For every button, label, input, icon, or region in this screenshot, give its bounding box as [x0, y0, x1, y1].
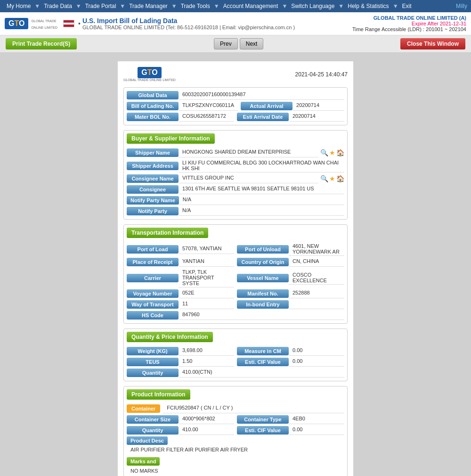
voyage-number-label: Voyage Number [127, 289, 179, 298]
consignee-search-icon[interactable]: 🔍 [320, 175, 328, 182]
consignee-name-row: Consignee Name VITTLES GROUP INC 🔍 ★ 🏠 [127, 174, 344, 183]
product-qty-field: Quantity 410.00 [127, 426, 234, 435]
consignee-label: Consignee [127, 185, 179, 194]
doc-timestamp: 2021-04-25 14:40:47 [295, 71, 348, 78]
header-title-area: U.S. Import Bill of Lading Data GLOBAL T… [82, 17, 352, 30]
consignee-name-value: VITTLES GROUP INC [179, 174, 318, 183]
header-right-info: GLOBAL TRADE ONLINE LIMITED (A) Expire A… [352, 15, 466, 32]
consignee-value: 1301 6TH AVE SEATTLE WA 98101 SEATTLE 98… [179, 185, 344, 194]
consignee-home-icon[interactable]: 🏠 [336, 175, 344, 182]
shipper-search-icon[interactable]: 🔍 [320, 149, 328, 156]
logo-area: GTO GLOBAL TRADEONLINE LIMITED [5, 17, 57, 30]
shipper-name-label: Shipper Name [127, 148, 179, 157]
transport-panel: Transportation Information Port of Load … [123, 224, 348, 324]
esti-cif-value: 0.00 [289, 357, 344, 367]
measure-label: Measure in CM [237, 347, 289, 355]
us-flag [63, 20, 74, 27]
weight-field: Weight (KG) 3,698.00 [127, 346, 234, 356]
carrier-value: TLKP, TLK TRANSPORT SYSTE [179, 268, 234, 287]
print-record-button-top[interactable]: Print Trade Record(S) [6, 38, 77, 49]
logo-subtitle: GLOBAL TRADEONLINE LIMITED [31, 19, 57, 29]
doc-logo: GTO GLOBAL TRADE ONLINE LIMITED [123, 67, 176, 82]
nav-trade-data[interactable]: Trade Data [41, 2, 75, 10]
port-of-unload-value: 4601, NEW YORK/NEWARK AR [289, 242, 344, 256]
port-row: Port of Load 57078, YANTIAN Port of Unlo… [127, 242, 344, 256]
container-size-field: Container Size 4000*906*802 [127, 415, 234, 424]
weight-value: 3,698.00 [179, 346, 234, 356]
measure-field: Measure in CM 0.00 [237, 346, 344, 356]
teus-field: TEUS 1.50 [127, 357, 234, 367]
global-data-label: Global Data [127, 91, 179, 99]
page-title: U.S. Import Bill of Lading Data [82, 17, 352, 25]
esti-cif-label: Esti. CIF Value [237, 358, 289, 366]
quantity-value: 410.00(CTN) [179, 368, 344, 378]
product-cif-value: 0.00 [289, 426, 344, 435]
product-desc-area: Product Desc AIR PURIFIER FILTER AIR PUR… [127, 436, 344, 454]
way-of-transport-label: Way of Transport [127, 300, 179, 309]
actual-arrival-label: Actual Arrival [241, 102, 292, 110]
weight-measure-row: Weight (KG) 3,698.00 Measure in CM 0.00 [127, 346, 344, 356]
bol-label: Bill of Lading No. [127, 102, 179, 110]
user-name[interactable]: Milly [456, 3, 467, 9]
buyer-supplier-section-header: Buyer & Supplier Information [127, 133, 215, 144]
quantity-price-section-header: Quantity & Price Information [127, 332, 213, 342]
place-of-receipt-label: Place of Receipt [127, 258, 179, 266]
nav-my-home[interactable]: My Home [4, 2, 33, 10]
consignee-star-icon[interactable]: ★ [329, 175, 335, 182]
prev-button-top[interactable]: Prev [214, 38, 238, 49]
nav-buttons-top: Prev Next [214, 38, 263, 49]
place-of-receipt-field: Place of Receipt YANTIAN [127, 257, 234, 267]
nav-trade-manager[interactable]: Trade Manager [126, 2, 171, 10]
port-of-unload-label: Port of Unload [237, 245, 289, 254]
actual-arrival-field: Actual Arrival 20200714 [241, 101, 344, 111]
nav-account-mgmt[interactable]: Account Management [220, 2, 281, 10]
close-window-button-top[interactable]: Close This Window [400, 38, 465, 49]
vessel-name-field: Vessel Name COSCO EXCELLENCE [237, 271, 344, 285]
nav-help-stats[interactable]: Help & Statistics [345, 2, 391, 10]
way-of-transport-field: Way of Transport 11 [127, 300, 234, 309]
product-qty-cif-row: Quantity 410.00 Esti. CIF Value 0.00 [127, 426, 344, 435]
document-panel: GTO GLOBAL TRADE ONLINE LIMITED 2021-04-… [118, 61, 353, 476]
vessel-name-label: Vessel Name [237, 274, 289, 282]
product-qty-value: 410.00 [179, 426, 234, 435]
voyage-number-field: Voyage Number 052E [127, 289, 234, 298]
shipper-home-icon[interactable]: 🏠 [336, 149, 344, 156]
doc-header: GTO GLOBAL TRADE ONLINE LIMITED 2021-04-… [123, 67, 348, 82]
nav-items-left: My Home ▼ Trade Data ▼ Trade Portal ▼ Tr… [4, 2, 414, 10]
header-time-range: Time Range Accessible (LDR) : 201001 ~ 2… [352, 26, 466, 32]
product-cif-label: Esti. CIF Value [237, 426, 289, 435]
shipper-star-icon[interactable]: ★ [329, 149, 335, 156]
carrier-label: Carrier [127, 274, 179, 282]
quantity-label: Quantity [127, 369, 179, 377]
nav-switch-lang[interactable]: Switch Language [288, 2, 337, 10]
hs-code-label: HS Code [127, 311, 179, 320]
teus-label: TEUS [127, 358, 179, 366]
port-of-load-field: Port of Load 57078, YANTIAN [127, 245, 234, 254]
header-expire: Expire After 2021-12-31 [352, 21, 466, 26]
master-bol-value: COSU6265587172 [179, 112, 234, 122]
carrier-field: Carrier TLKP, TLK TRANSPORT SYSTE [127, 268, 234, 287]
esti-arrival-label: Esti Arrival Date [237, 113, 289, 121]
container-badge: Container [127, 404, 160, 413]
notify-party-name-label: Notify Party Name [127, 196, 179, 205]
manifest-no-value: 252888 [289, 289, 344, 298]
manifest-no-label: Manifest No. [237, 289, 289, 298]
notify-party-row: Notify Party N/A [127, 206, 344, 216]
shipper-address-value: LI KIU FU COMMERCIAL BLDG 300 LOCKHARTRO… [179, 159, 344, 172]
nav-trade-tools[interactable]: Trade Tools [178, 2, 213, 10]
container-size-label: Container Size [127, 415, 179, 424]
manifest-no-field: Manifest No. 252888 [237, 289, 344, 298]
container-value: FCIU9520847 ( CN / L / CY ) [163, 404, 344, 413]
nav-trade-portal[interactable]: Trade Portal [82, 2, 119, 10]
doc-logo-box: GTO [138, 67, 161, 78]
in-bond-entry-value [289, 300, 344, 309]
esti-arrival-value: 20200714 [289, 112, 344, 122]
teus-cif-row: TEUS 1.50 Esti. CIF Value 0.00 [127, 357, 344, 367]
header-bar: GTO GLOBAL TRADEONLINE LIMITED • U.S. Im… [0, 12, 471, 35]
next-button-top[interactable]: Next [240, 38, 264, 49]
nav-exit[interactable]: Exit [399, 2, 414, 10]
shipper-address-row: Shipper Address LI KIU FU COMMERCIAL BLD… [127, 159, 344, 172]
port-of-unload-field: Port of Unload 4601, NEW YORK/NEWARK AR [237, 242, 344, 256]
header-company-name: GLOBAL TRADE ONLINE LIMITED (A) [352, 15, 466, 21]
way-inbond-row: Way of Transport 11 In-bond Entry [127, 300, 344, 309]
